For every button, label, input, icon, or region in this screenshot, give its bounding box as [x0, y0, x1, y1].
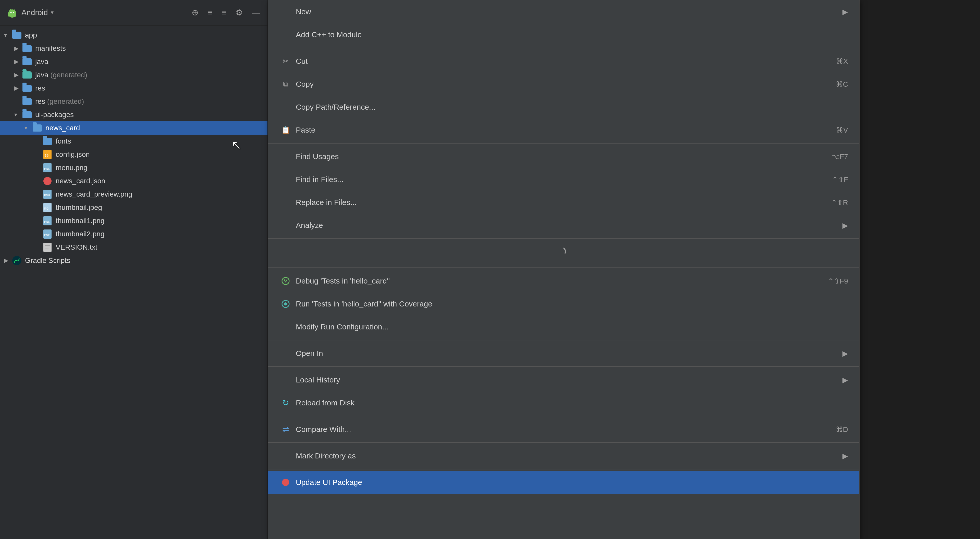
shortcut-find-in-files: ⌃⇧F — [832, 175, 848, 184]
menu-item-open-in[interactable]: Open In ▶ — [268, 342, 859, 365]
tree-item-config-json[interactable]: ▶ {} config.json — [0, 148, 267, 161]
svg-rect-3 — [10, 11, 15, 16]
sync-button[interactable]: ⊕ — [191, 6, 200, 18]
folder-icon-res — [21, 84, 33, 93]
svg-text:JPG: JPG — [44, 207, 49, 210]
tree-item-res-gen[interactable]: ▶ res (generated) — [0, 95, 267, 108]
menu-item-cut[interactable]: ✂ Cut ⌘X — [268, 50, 859, 73]
menu-item-mark-dir[interactable]: Mark Directory as ▶ — [268, 444, 859, 468]
label-res-gen: res (generated) — [35, 97, 84, 106]
tree-item-gradle[interactable]: ▶ Gradle Scripts — [0, 254, 267, 267]
tree-item-java-gen[interactable]: ▶ java (generated) — [0, 68, 267, 82]
tree-item-thumbnail1-png[interactable]: ▶ PNG thumbnail1.png — [0, 214, 267, 227]
collapse-button[interactable]: ≡ — [207, 7, 213, 18]
toolbar-title-text: Android — [21, 8, 48, 17]
tree-item-news-card[interactable]: ▾ news_card — [0, 121, 267, 135]
label-res: res — [35, 84, 45, 92]
folder-icon-res-gen — [21, 97, 33, 106]
png-icon-news-card-preview: PNG — [42, 190, 53, 199]
tree-item-menu-png[interactable]: ▶ PNG menu.png — [0, 161, 267, 174]
tree-item-res[interactable]: ▶ res — [0, 82, 267, 95]
label-java: java — [35, 58, 48, 66]
arrow-gradle: ▶ — [4, 257, 11, 264]
separator-2 — [268, 143, 859, 144]
img-icon-thumbnail-jpeg: JPG — [42, 203, 53, 212]
tree-item-fonts[interactable]: ▶ fonts — [0, 135, 267, 148]
minimize-button[interactable]: — — [251, 7, 261, 18]
menu-item-modify-run[interactable]: Modify Run Configuration... — [268, 315, 859, 338]
shortcut-copy: ⌘C — [836, 80, 848, 89]
menu-item-add-cpp[interactable]: Add C++ to Module — [268, 23, 859, 46]
separator-9 — [268, 469, 859, 469]
menu-item-local-history[interactable]: Local History ▶ — [268, 368, 859, 392]
file-tree-panel: Android ▾ ⊕ ≡ ≡ ⚙ — ▾ app ▶ manif — [0, 0, 268, 539]
tree-item-app[interactable]: ▾ app — [0, 29, 267, 42]
folder-icon-news-card — [32, 124, 43, 133]
menu-item-copy[interactable]: ⧉ Copy ⌘C — [268, 73, 859, 96]
menu-item-analyze[interactable]: Analyze ▶ — [268, 214, 859, 237]
menu-label-copy: Copy — [296, 80, 826, 89]
debug-icon — [280, 276, 292, 285]
menu-item-debug[interactable]: Debug 'Tests in 'hello_card'' ⌃⇧F9 — [268, 270, 859, 292]
menu-item-run-coverage[interactable]: Run 'Tests in 'hello_card'' with Coverag… — [268, 292, 859, 315]
menu-item-replace-in-files[interactable]: Replace in Files... ⌃⇧R — [268, 191, 859, 214]
file-tree: ▾ app ▶ manifests ▶ java ▶ — [0, 25, 267, 539]
tree-item-thumbnail-jpeg[interactable]: ▶ JPG thumbnail.jpeg — [0, 201, 267, 214]
menu-label-open-in: Open In — [296, 349, 837, 358]
menu-item-paste[interactable]: 📋 Paste ⌘V — [268, 119, 859, 141]
label-fonts: fonts — [56, 137, 71, 145]
tree-item-ui-packages[interactable]: ▾ ui-packages — [0, 108, 267, 121]
label-thumbnail2-png: thumbnail2.png — [56, 230, 104, 238]
menu-item-find-usages[interactable]: Find Usages ⌥F7 — [268, 145, 859, 168]
svg-point-4 — [11, 12, 12, 13]
label-news-card: news_card — [45, 124, 80, 132]
svg-rect-2 — [15, 13, 16, 17]
arrow-res: ▶ — [14, 85, 21, 92]
tree-item-manifests[interactable]: ▶ manifests — [0, 42, 267, 55]
expand-button[interactable]: ≡ — [221, 7, 228, 18]
menu-arrow-local-history: ▶ — [842, 376, 848, 384]
png-icon-thumbnail1: PNG — [42, 216, 53, 225]
menu-label-run-coverage: Run 'Tests in 'hello_card'' with Coverag… — [296, 300, 848, 308]
red-icon-news-card-json — [42, 176, 53, 185]
menu-label-paste: Paste — [296, 126, 826, 134]
copy-icon: ⧉ — [280, 80, 292, 89]
settings-button[interactable]: ⚙ — [234, 6, 244, 18]
svg-point-27 — [284, 303, 287, 306]
menu-item-reload-disk[interactable]: ↻ Reload from Disk — [268, 392, 859, 414]
menu-item-compare-with[interactable]: ⇌ Compare With... ⌘D — [268, 418, 859, 441]
label-config-json: config.json — [56, 151, 90, 159]
toolbar-dropdown-arrow[interactable]: ▾ — [51, 9, 54, 16]
menu-item-copy-path[interactable]: Copy Path/Reference... — [268, 96, 859, 119]
run-coverage-icon — [280, 299, 292, 309]
menu-arrow-open-in: ▶ — [842, 349, 848, 358]
menu-label-replace-in-files: Replace in Files... — [296, 198, 821, 207]
tree-item-news-card-json[interactable]: ▶ news_card.json — [0, 174, 267, 188]
context-menu: New ▶ Add C++ to Module ✂ Cut ⌘X ⧉ Copy … — [268, 0, 859, 539]
svg-rect-1 — [8, 13, 10, 17]
toolbar-actions: ⊕ ≡ ≡ ⚙ — — [191, 6, 261, 18]
shortcut-compare-with: ⌘D — [836, 425, 848, 434]
tree-item-java[interactable]: ▶ java — [0, 55, 267, 68]
menu-item-find-in-files[interactable]: Find in Files... ⌃⇧F — [268, 168, 859, 191]
separator-5 — [268, 340, 859, 340]
separator-6 — [268, 366, 859, 367]
label-java-gen: java (generated) — [35, 71, 87, 79]
menu-label-update-ui: Update UI Package — [296, 478, 848, 487]
menu-label-analyze: Analyze — [296, 221, 837, 230]
folder-icon-ui-packages — [21, 110, 33, 119]
label-menu-png: menu.png — [56, 164, 88, 172]
folder-icon-java-gen — [21, 70, 33, 79]
toolbar: Android ▾ ⊕ ≡ ≡ ⚙ — — [0, 0, 267, 25]
label-app: app — [25, 31, 37, 39]
tree-item-news-card-preview[interactable]: ▶ PNG news_card_preview.png — [0, 188, 267, 201]
folder-icon-fonts — [42, 137, 53, 146]
label-gradle-scripts: Gradle Scripts — [25, 257, 70, 265]
menu-item-new[interactable]: New ▶ — [268, 0, 859, 23]
menu-item-update-ui[interactable]: Update UI Package — [268, 471, 859, 494]
gradle-icon — [11, 256, 22, 265]
separator-3 — [268, 238, 859, 239]
tree-item-thumbnail2-png[interactable]: ▶ PNG thumbnail2.png — [0, 227, 267, 241]
shortcut-find-usages: ⌥F7 — [832, 152, 848, 161]
tree-item-version-txt[interactable]: ▶ VERSION.txt — [0, 241, 267, 254]
